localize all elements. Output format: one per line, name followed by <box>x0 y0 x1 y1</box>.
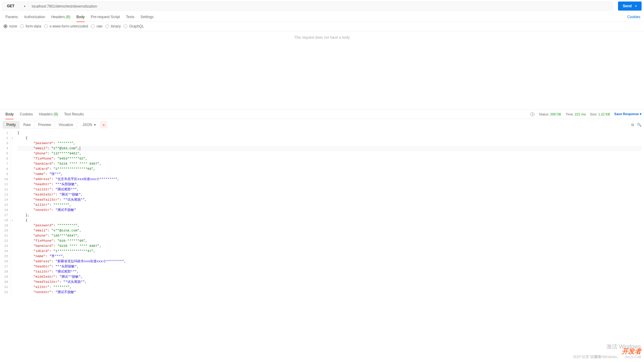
request-body-panel: This request does not have a body <box>0 31 644 109</box>
tab-params[interactable]: Params <box>2 12 21 22</box>
tab-tests[interactable]: Tests <box>123 12 138 22</box>
radio-icon <box>91 24 95 28</box>
view-tabs-row: Pretty Raw Preview Visualize JSON ▾ ≡ ⧉ … <box>0 119 644 131</box>
chevron-down-icon: ▾ <box>24 5 25 8</box>
view-tab-preview[interactable]: Preview <box>34 121 55 128</box>
response-meta: Status: 200 OK Time: 221 ms Size: 1.22 K… <box>530 112 642 116</box>
send-label: Send <box>623 4 632 8</box>
radio-icon <box>20 24 24 28</box>
format-select[interactable]: JSON ▾ <box>80 121 98 128</box>
tab-body[interactable]: Body <box>73 12 88 22</box>
resp-headers-label: Headers <box>39 112 53 116</box>
radio-none[interactable]: none <box>4 24 17 28</box>
resp-tab-headers[interactable]: Headers (9) <box>36 109 61 119</box>
method-label: GET <box>7 4 15 8</box>
radio-binary-label: binary <box>111 24 121 28</box>
resp-headers-count: (9) <box>53 112 58 116</box>
radio-icon <box>44 24 48 28</box>
resp-tab-cookies[interactable]: Cookies <box>17 109 36 119</box>
status-meta: Status: 200 OK <box>539 112 561 116</box>
fold-column[interactable]: ▾▾ <box>11 131 15 295</box>
tab-prerequest[interactable]: Pre-request Script <box>88 12 123 22</box>
size-value: 1.22 KB <box>598 112 610 116</box>
radio-icon <box>4 24 7 28</box>
format-label: JSON <box>83 123 92 127</box>
radio-formdata[interactable]: form-data <box>20 24 41 28</box>
radio-icon <box>105 24 109 28</box>
copy-icon[interactable]: ⧉ <box>631 123 634 127</box>
save-response-label: Save Response <box>614 112 639 116</box>
resp-tab-body[interactable]: Body <box>2 109 17 119</box>
radio-xform[interactable]: x-www-form-urlencoded <box>44 24 88 28</box>
time-value: 221 ms <box>575 112 586 116</box>
method-select[interactable]: GET ▾ <box>3 2 29 10</box>
wrap-lines-icon[interactable]: ≡ <box>100 121 107 128</box>
size-label: Size: <box>590 112 597 116</box>
view-tab-group: Pretty Raw Preview Visualize <box>2 121 77 129</box>
code-content[interactable]: [ { "password": "******", "email": "z**@… <box>15 131 644 295</box>
response-body-editor[interactable]: 1234567891011121314151617181920212223242… <box>0 131 644 295</box>
radio-raw-label: raw <box>96 24 102 28</box>
empty-body-message: This request does not have a body <box>0 31 644 44</box>
radio-icon <box>124 24 127 28</box>
response-tabs-row: Body Cookies Headers (9) Test Results St… <box>0 109 644 119</box>
tab-settings[interactable]: Settings <box>138 12 157 22</box>
view-tab-pretty[interactable]: Pretty <box>3 121 20 128</box>
tab-authorization[interactable]: Authorization <box>21 12 48 22</box>
body-type-radios: none form-data x-www-form-urlencoded raw… <box>0 22 644 31</box>
size-meta: Size: 1.22 KB <box>590 112 610 116</box>
view-tab-raw[interactable]: Raw <box>20 121 34 128</box>
send-button[interactable]: Send ▾ <box>618 2 642 11</box>
radio-raw[interactable]: raw <box>91 24 102 28</box>
radio-formdata-label: form-data <box>26 24 41 28</box>
chevron-down-icon[interactable]: ▾ <box>635 5 637 8</box>
resp-tab-test-results[interactable]: Test Results <box>61 109 87 119</box>
status-label: Status: <box>539 112 549 116</box>
search-icon[interactable]: 🔍 <box>637 123 642 127</box>
tab-headers-label: Headers <box>51 15 65 19</box>
save-response-link[interactable]: Save Response ▾ <box>614 112 642 116</box>
status-value: 200 OK <box>550 112 561 116</box>
cookies-link[interactable]: Cookies <box>627 15 642 19</box>
radio-none-label: none <box>9 24 17 28</box>
tab-headers[interactable]: Headers (6) <box>48 12 73 22</box>
request-bar: GET ▾ localhost:7901/demo/test/desensiti… <box>2 2 613 11</box>
chevron-down-icon: ▾ <box>94 123 96 127</box>
chevron-down-icon: ▾ <box>640 112 642 116</box>
radio-graphql-label: GraphQL <box>129 24 144 28</box>
radio-binary[interactable]: binary <box>105 24 121 28</box>
view-tab-visualize[interactable]: Visualize <box>55 121 77 128</box>
headers-count: (6) <box>66 15 70 19</box>
time-meta: Time: 221 ms <box>566 112 586 116</box>
request-tabs: Params Authorization Headers (6) Body Pr… <box>0 12 644 22</box>
radio-xform-label: x-www-form-urlencoded <box>50 24 88 28</box>
time-label: Time: <box>566 112 574 116</box>
globe-icon[interactable] <box>530 112 535 116</box>
radio-graphql[interactable]: GraphQL <box>124 24 144 28</box>
line-gutter: 1234567891011121314151617181920212223242… <box>0 131 11 295</box>
url-input[interactable]: localhost:7901/demo/test/desensitization <box>29 2 613 10</box>
